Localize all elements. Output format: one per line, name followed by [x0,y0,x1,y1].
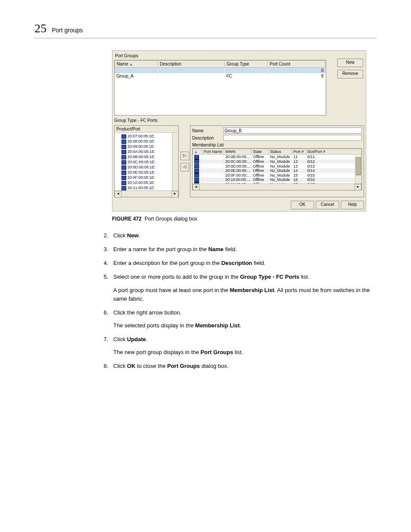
remove-button[interactable]: Remove [337,70,363,78]
help-button[interactable]: Help [341,201,364,209]
description-field[interactable] [223,135,362,141]
chapter-title: Port groups [52,27,83,34]
tree-item[interactable]: 20:0C:00:05:1E: [115,159,177,165]
port-icon [121,165,126,170]
step-8: Click OK to close the Port Groups dialog… [110,362,377,370]
step-6: Click the right arrow button. The select… [110,308,377,330]
step-7: Click Update. The new port group display… [110,335,377,357]
port-icon [121,155,126,159]
col-count[interactable]: Port Count [268,61,326,68]
port-icon [194,155,199,159]
step-3: Enter a name for the port group in the N… [110,245,377,254]
tree-item[interactable]: 20:11:00:05:1E: [115,185,177,190]
port-icon [121,145,126,149]
port-icon [121,176,126,180]
port-icon [121,171,126,175]
table-row[interactable]: 0 [115,68,326,73]
dialog-title: Port Groups [114,53,364,60]
move-right-button[interactable]: ▷ [181,152,189,160]
port-groups-table[interactable]: Name ▲ Description Group Type Port Count [114,60,326,115]
chapter-number: 25 [34,22,47,35]
table-row[interactable]: 20:0E:00:05:...OfflineNo_Module140/14 [193,168,361,173]
col-name[interactable]: Name ▲ [115,61,158,68]
col-type[interactable]: Group Type [225,61,268,68]
scrollbar[interactable] [172,133,178,190]
tree-item[interactable]: 20:10:00:05:1E: [115,180,177,185]
cancel-button[interactable]: Cancel [316,201,339,209]
step-2: Click New. [110,231,377,240]
tree-item[interactable]: 20:0D:00:05:1E: [115,165,177,170]
scrollbar[interactable] [355,156,361,184]
description-label: Description [192,136,220,140]
name-field[interactable] [223,128,362,134]
new-button[interactable]: New [337,59,363,67]
port-icon [121,140,126,144]
port-icon [121,181,126,185]
tree-header: Product/Port [115,126,178,133]
product-port-tree[interactable]: Product/Port 20:07:00:05:1E:20:08:00:05:… [114,125,179,197]
port-icon [121,134,126,139]
membership-list-label: Membership List [192,143,362,147]
table-row[interactable]: 20:0F:00:05:...OfflineNo_Module150/15 [193,173,361,178]
tree-item[interactable]: 20:0A:00:05:1E: [115,149,177,154]
tree-item[interactable]: 20:0B:00:05:1E: [115,154,177,159]
port-icon [194,178,199,182]
table-row[interactable]: 20:0C:00:05:...OfflineNo_Module120/12 [193,159,361,164]
port-icon [194,159,199,164]
table-row[interactable]: 20:0D:00:05:...OfflineNo_Module130/13 [193,164,361,168]
step-5: Select one or more ports to add to the g… [110,273,377,303]
tree-item[interactable]: 20:0F:00:05:1E: [115,175,177,180]
scroll-left-icon[interactable]: ◄ [115,191,121,198]
name-label: Name [192,128,220,133]
port-icon [121,150,126,154]
table-row[interactable]: 20:10:00:05:...OfflineNo_Module160/16 [193,177,361,182]
figure-caption: FIGURE 472 Port Groups dialog box [112,216,377,222]
col-desc[interactable]: Description [158,61,225,68]
port-icon [194,169,199,173]
scroll-right-icon[interactable]: ► [171,191,178,198]
page-header: 25 Port groups [34,22,377,38]
ok-button[interactable]: OK [291,201,314,209]
tree-item[interactable]: 20:0E:00:05:1E: [115,170,177,175]
move-left-button[interactable]: ◁ [181,163,189,171]
tree-item[interactable]: 20:09:00:05:1E: [115,144,177,149]
group-type-label: Group Type - FC Ports [114,118,364,123]
scroll-right-icon[interactable]: ► [355,184,361,190]
port-icon [194,173,199,177]
membership-list-table[interactable]: ▲Port NameWWNStateStatusPort #Slot/Port … [192,148,362,190]
step-4: Enter a description for the port group i… [110,259,377,268]
port-icon [121,160,126,165]
table-row[interactable]: Group_A FC 8 [115,73,326,79]
port-icon [194,164,199,168]
tree-item[interactable]: 20:08:00:05:1E: [115,139,177,144]
tree-item[interactable]: 20:07:00:05:1E: [115,134,177,139]
table-row[interactable]: 20:0B:00:05:...OfflineNo_Module110/11 [193,155,361,159]
scroll-left-icon[interactable]: ◄ [193,184,199,190]
port-icon [121,186,126,190]
port-groups-dialog: Port Groups New Remove Update Name ▲ Des… [112,50,366,212]
